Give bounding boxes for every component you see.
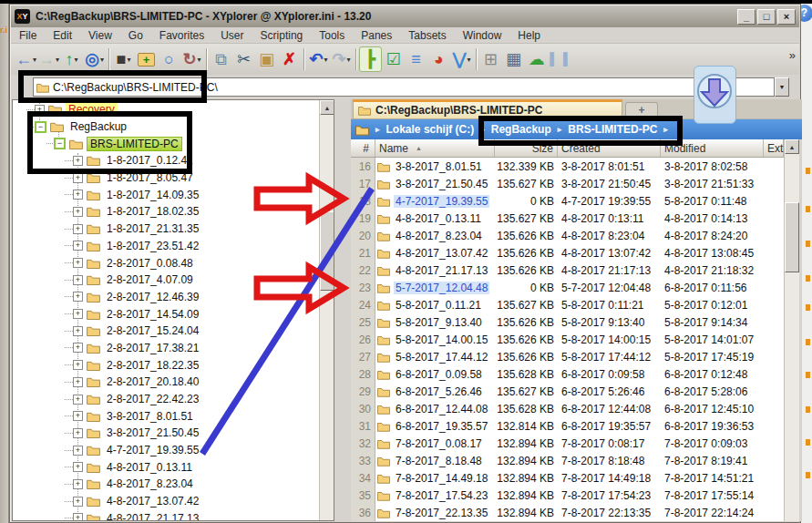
tree-item[interactable]: + 1-8-2017_8.05.47 <box>13 169 318 187</box>
toolbar-button[interactable]: ⋁ ▾ <box>450 46 473 72</box>
menu-item[interactable]: User <box>212 29 252 42</box>
tree-expander-icon[interactable]: − <box>35 121 46 133</box>
toolbar-button[interactable]: ↑ ▾ <box>60 46 83 72</box>
new-tab-button[interactable]: + <box>625 102 658 119</box>
column-header-ext[interactable]: Ext <box>764 139 784 157</box>
row-name-cell[interactable]: 7-8-2017_14.49.18 <box>375 469 495 487</box>
breadcrumb-segment[interactable]: ▸ BRS-LIMITED-PC <box>551 123 658 136</box>
tree-item[interactable]: − BRS-LIMITED-PC <box>13 135 318 152</box>
menu-item[interactable]: Window <box>455 29 510 42</box>
breadcrumb-segment[interactable]: ▸ Lokale schijf (C:) <box>369 123 474 136</box>
table-row[interactable]: 33 7-8-2017_8.18.48 132.894 KB 7-8-2017 … <box>351 452 784 469</box>
toolbar-button[interactable]: + ▾ <box>135 46 158 72</box>
list-scrollbar[interactable]: ▲ <box>784 139 799 521</box>
chevron-down-icon[interactable]: ▾ <box>33 56 36 64</box>
toolbar-button[interactable]: ↷ ▾ <box>330 46 353 72</box>
tree-item[interactable]: + 2-8-2017_15.24.04 <box>13 323 318 340</box>
chevron-down-icon[interactable]: ▾ <box>467 56 470 64</box>
row-name-cell[interactable]: 5-8-2017_17.44.12 <box>375 348 495 365</box>
tree-expander-icon[interactable]: + <box>73 479 83 489</box>
column-header-modified[interactable]: Modified <box>661 139 764 157</box>
tree-item[interactable]: + 1-8-2017_0.12.41 <box>13 152 318 169</box>
tree-expander-icon[interactable]: + <box>73 343 83 353</box>
tree-expander-icon[interactable]: + <box>73 207 83 217</box>
row-name-cell[interactable]: 4-8-2017_8.23.04 <box>375 227 495 244</box>
menu-item[interactable]: Go <box>120 29 151 42</box>
tree-item[interactable]: + 2-8-2017_20.18.40 <box>13 374 318 391</box>
tree-item[interactable]: + 2-8-2017_4.07.09 <box>13 272 318 289</box>
tree-item[interactable]: + 1-8-2017_21.31.35 <box>13 220 318 238</box>
tree-expander-icon[interactable]: + <box>73 446 83 456</box>
close-button[interactable]: × <box>777 9 796 25</box>
table-row[interactable]: 28 6-8-2017_0.09.58 135.628 KB 6-8-2017 … <box>351 365 784 383</box>
tree-expander-icon[interactable]: − <box>54 138 66 149</box>
row-name-cell[interactable]: 7-8-2017_8.18.48 <box>375 452 495 469</box>
toolbar-button[interactable]: → ▾ <box>37 46 60 72</box>
toolbar-button[interactable]: ⊞ ▾ <box>479 46 502 72</box>
toolbar-button[interactable]: ▾ <box>301 46 307 72</box>
tree-item[interactable]: + 1-8-2017_23.51.42 <box>13 238 318 255</box>
tree-expander-icon[interactable]: + <box>73 411 83 421</box>
table-row[interactable]: 16 3-8-2017_8.01.51 132.339 KB 3-8-2017 … <box>351 158 784 175</box>
tree-item[interactable]: + 2-8-2017_0.08.48 <box>13 254 318 272</box>
table-row[interactable]: 22 4-8-2017_21.17.13 135.626 KB 4-8-2017… <box>351 262 784 279</box>
table-row[interactable]: 20 4-8-2017_8.23.04 135.626 KB 4-8-2017 … <box>351 227 784 244</box>
tree-expander-icon[interactable]: + <box>73 292 83 302</box>
tree-item[interactable]: + 4-8-2017_8.23.04 <box>13 476 318 493</box>
table-row[interactable]: 30 6-8-2017_12.44.08 135.628 KB 6-8-2017… <box>351 400 784 417</box>
toolbar-button[interactable]: ┣ ▾ <box>359 46 382 72</box>
chevron-down-icon[interactable]: ▾ <box>127 56 130 64</box>
toolbar-button[interactable]: ▌▐ ▾ <box>548 46 570 72</box>
tree-expander-icon[interactable]: + <box>73 224 83 234</box>
tree-item[interactable]: + 1-8-2017_18.02.35 <box>13 203 318 220</box>
table-row[interactable]: 27 5-8-2017_17.44.12 135.626 KB 5-8-2017… <box>351 348 784 365</box>
menu-item[interactable]: Panes <box>353 29 400 42</box>
tree-expander-icon[interactable]: + <box>73 173 83 183</box>
address-input[interactable]: C:\RegBackup\BRS-LIMITED-PC\ <box>33 77 775 97</box>
toolbar-button[interactable]: ◕ ▾ <box>427 46 450 72</box>
toolbar-button[interactable]: ▾ <box>353 46 359 72</box>
column-header-name[interactable]: Name ▲ <box>375 139 495 157</box>
row-name-cell[interactable]: 7-8-2017_17.54.23 <box>375 487 495 504</box>
toolbar-button[interactable]: ▾ <box>106 46 112 72</box>
toolbar-button[interactable]: ▣ ▾ <box>255 46 278 72</box>
table-row[interactable]: 24 5-8-2017_0.11.21 135.627 KB 5-8-2017 … <box>351 296 784 313</box>
tree-item[interactable]: + 2-8-2017_12.46.39 <box>13 289 318 306</box>
menu-item[interactable]: Scripting <box>252 29 312 42</box>
tree-scrollbar-thumb[interactable] <box>320 211 334 291</box>
toolbar-button[interactable]: ↻ ▾ <box>180 46 203 72</box>
toolbar-button[interactable]: ← ▾ <box>15 46 37 72</box>
tree-item[interactable]: + 2-8-2017_22.42.23 <box>13 391 318 408</box>
table-row[interactable]: 36 7-8-2017_22.13.35 132.894 KB 7-8-2017… <box>351 504 784 521</box>
maximize-button[interactable]: □ <box>757 9 776 25</box>
tree-expander-icon[interactable]: + <box>73 377 83 387</box>
chevron-down-icon[interactable]: ▾ <box>75 56 78 64</box>
row-name-cell[interactable]: 5-8-2017_14.00.15 <box>375 331 495 348</box>
menu-item[interactable]: View <box>80 29 120 42</box>
toolbar-button[interactable]: ☑ ▾ <box>382 46 405 72</box>
toolbar-button[interactable]: ↶ ▾ <box>307 46 330 72</box>
column-header-created[interactable]: Created <box>558 139 661 157</box>
chevron-down-icon[interactable]: ▾ <box>56 56 59 64</box>
row-name-cell[interactable]: 7-8-2017_0.08.17 <box>375 435 495 452</box>
tree-item[interactable]: − RegBackup <box>13 118 318 136</box>
toolbar-button[interactable]: ≡ ▾ <box>405 46 427 72</box>
menu-item[interactable]: Tabsets <box>400 29 454 42</box>
table-row[interactable]: 29 6-8-2017_5.26.46 135.627 KB 6-8-2017 … <box>351 383 784 400</box>
menu-item[interactable]: Help <box>509 29 549 42</box>
tree-expander-icon[interactable]: + <box>73 462 83 472</box>
chevron-down-icon[interactable]: ▾ <box>100 56 104 64</box>
row-name-cell[interactable]: 6-8-2017_19.35.57 <box>375 417 495 435</box>
menu-item[interactable]: Edit <box>45 29 80 42</box>
chevron-down-icon[interactable]: ▾ <box>347 56 351 64</box>
tree-item[interactable]: + 3-8-2017_21.50.45 <box>13 425 318 442</box>
tree-expander-icon[interactable]: + <box>73 156 83 166</box>
tree-expander-icon[interactable]: + <box>73 360 83 370</box>
table-row[interactable]: 23 5-7-2017_12.04.48 0 KB 5-7-2017 12:04… <box>351 279 784 296</box>
toolbar-button[interactable]: ▦ ▾ <box>502 46 525 72</box>
table-row[interactable]: 19 4-8-2017_0.13.11 135.627 KB 4-8-2017 … <box>351 210 784 227</box>
row-name-cell[interactable]: 5-7-2017_12.04.48 <box>375 279 495 296</box>
row-name-cell[interactable]: 6-8-2017_5.26.46 <box>375 383 495 400</box>
toolbar-button[interactable]: ▾ <box>203 46 210 72</box>
toolbar-button[interactable]: ⧉ ▾ <box>210 46 232 72</box>
